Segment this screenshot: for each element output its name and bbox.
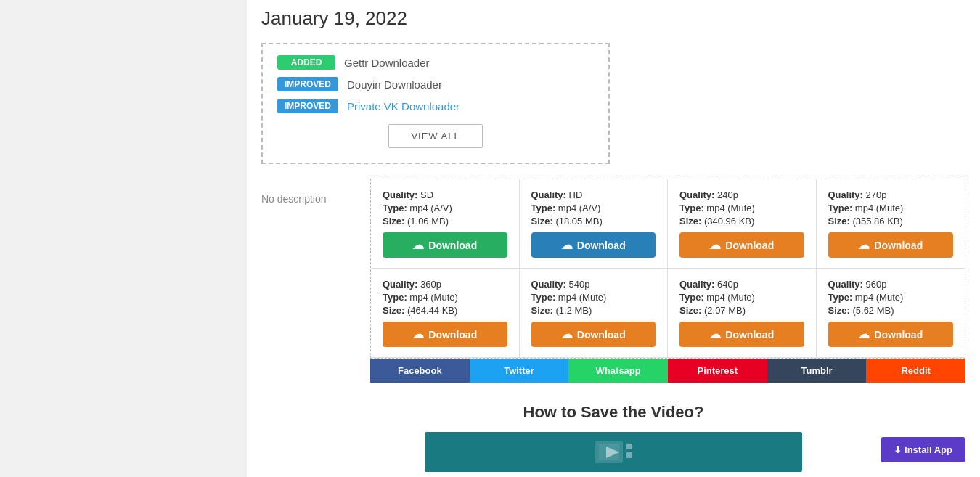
size-label-540p: Size: [531, 305, 553, 316]
download-cell-640p: Quality: 640p Type: mp4 (Mute) Size: (2.… [668, 269, 817, 358]
cloud-download-icon-hd: ☁ [561, 238, 573, 252]
quality-label-640p: Quality: [679, 279, 714, 290]
quality-label-360p: Quality: [383, 279, 417, 290]
type-line-540p: Type: mp4 (Mute) [531, 292, 656, 303]
share-whatsapp-button[interactable]: Whatsapp [568, 359, 668, 383]
quality-label-240p: Quality: [679, 189, 714, 200]
video-preview-icon [592, 438, 635, 467]
no-description: No description [261, 193, 356, 205]
cloud-download-icon-960p: ☁ [858, 327, 870, 341]
date-heading: January 19, 2022 [261, 7, 965, 30]
download-button-240p[interactable]: ☁ Download [679, 232, 804, 258]
size-line-270p: Size: (355.86 KB) [828, 216, 954, 227]
type-val-960p: mp4 (Mute) [855, 292, 903, 303]
type-val-540p: mp4 (Mute) [558, 292, 606, 303]
size-label-240p: Size: [679, 216, 701, 227]
type-val-270p: mp4 (Mute) [855, 203, 903, 213]
share-tumblr-button[interactable]: Tumblr [767, 359, 867, 383]
type-line-960p: Type: mp4 (Mute) [828, 292, 954, 303]
changelog-link-douyin[interactable]: Douyin Downloader [347, 78, 442, 91]
type-line-hd: Type: mp4 (A/V) [531, 203, 656, 213]
share-twitter-button[interactable]: Twitter [470, 359, 569, 383]
download-cell-sd: Quality: SD Type: mp4 (A/V) Size: (1.06 … [371, 179, 520, 269]
changelog-item-1: ADDED Gettr Downloader [277, 55, 594, 70]
cloud-download-icon-540p: ☁ [561, 327, 573, 341]
download-label-960p: Download [874, 329, 923, 341]
size-val-hd: (18.05 MB) [555, 216, 602, 227]
size-line-hd: Size: (18.05 MB) [531, 216, 656, 227]
download-grid: Quality: SD Type: mp4 (A/V) Size: (1.06 … [370, 179, 965, 359]
changelog-item-3: IMPROVED Private VK Downloader [277, 99, 594, 113]
changelog-box: ADDED Gettr Downloader IMPROVED Douyin D… [261, 43, 610, 164]
size-label-640p: Size: [679, 305, 701, 316]
quality-val-640p: 640p [717, 279, 738, 290]
quality-val-360p: 360p [420, 279, 441, 290]
size-line-sd: Size: (1.06 MB) [383, 216, 507, 227]
desc-col: No description [261, 179, 356, 383]
download-button-960p[interactable]: ☁ Download [828, 322, 954, 347]
type-label-240p: Type: [679, 203, 704, 213]
type-line-240p: Type: mp4 (Mute) [679, 203, 804, 213]
quality-line-960p: Quality: 960p [828, 279, 954, 290]
view-all-button[interactable]: VIEW ALL [388, 124, 482, 148]
type-label-270p: Type: [828, 203, 853, 213]
download-label-540p: Download [577, 329, 626, 341]
download-button-270p[interactable]: ☁ Download [828, 232, 954, 258]
download-button-sd[interactable]: ☁ Download [383, 232, 507, 258]
changelog-link-vk[interactable]: Private VK Downloader [347, 100, 460, 113]
type-val-sd: mp4 (A/V) [409, 203, 452, 213]
size-val-540p: (1.2 MB) [555, 305, 592, 316]
download-cell-270p: Quality: 270p Type: mp4 (Mute) Size: (35… [817, 179, 965, 269]
size-label-360p: Size: [383, 305, 404, 316]
quality-line-hd: Quality: HD [531, 189, 656, 200]
badge-added: ADDED [277, 55, 335, 70]
share-reddit-button[interactable]: Reddit [866, 359, 965, 383]
social-bar: Facebook Twitter Whatsapp Pinterest Tumb… [370, 359, 965, 383]
download-button-640p[interactable]: ☁ Download [679, 322, 804, 347]
type-label-360p: Type: [383, 292, 407, 303]
type-label-640p: Type: [679, 292, 704, 303]
share-pinterest-button[interactable]: Pinterest [668, 359, 767, 383]
badge-improved-1: IMPROVED [277, 77, 338, 91]
quality-val-sd: SD [420, 189, 433, 200]
view-all-wrap: VIEW ALL [277, 124, 594, 148]
quality-label-540p: Quality: [531, 279, 566, 290]
quality-line-240p: Quality: 240p [679, 189, 804, 200]
size-val-960p: (5.62 MB) [852, 305, 894, 316]
size-line-240p: Size: (340.96 KB) [679, 216, 804, 227]
size-val-640p: (2.07 MB) [704, 305, 746, 316]
share-facebook-button[interactable]: Facebook [370, 359, 470, 383]
size-label-960p: Size: [828, 305, 850, 316]
svg-rect-4 [626, 452, 632, 458]
download-button-hd[interactable]: ☁ Download [531, 232, 656, 258]
download-cell-960p: Quality: 960p Type: mp4 (Mute) Size: (5.… [817, 269, 965, 358]
type-label-540p: Type: [531, 292, 556, 303]
size-val-360p: (464.44 KB) [407, 305, 457, 316]
cloud-download-icon-640p: ☁ [709, 327, 721, 341]
type-val-240p: mp4 (Mute) [706, 203, 754, 213]
install-app-button[interactable]: ⬇ Install App [881, 437, 965, 462]
type-val-hd: mp4 (A/V) [558, 203, 601, 213]
quality-label-960p: Quality: [828, 279, 863, 290]
size-label-270p: Size: [828, 216, 850, 227]
changelog-link-gettr[interactable]: Gettr Downloader [344, 57, 430, 69]
quality-label-hd: Quality: [531, 189, 566, 200]
cloud-download-icon-240p: ☁ [709, 238, 721, 252]
download-label-240p: Download [725, 240, 774, 251]
download-button-540p[interactable]: ☁ Download [531, 322, 656, 347]
download-button-360p[interactable]: ☁ Download [383, 322, 507, 347]
main-content: January 19, 2022 ADDED Gettr Downloader … [247, 0, 980, 477]
cloud-download-icon-sd: ☁ [412, 238, 424, 252]
type-label-sd: Type: [383, 203, 407, 213]
type-line-640p: Type: mp4 (Mute) [679, 292, 804, 303]
quality-label-sd: Quality: [383, 189, 417, 200]
size-val-270p: (355.86 KB) [852, 216, 902, 227]
quality-val-240p: 240p [717, 189, 738, 200]
type-label-960p: Type: [828, 292, 853, 303]
size-line-640p: Size: (2.07 MB) [679, 305, 804, 316]
size-label-sd: Size: [383, 216, 404, 227]
download-cell-360p: Quality: 360p Type: mp4 (Mute) Size: (46… [371, 269, 520, 358]
quality-val-hd: HD [569, 189, 583, 200]
download-label-360p: Download [428, 329, 477, 341]
type-line-270p: Type: mp4 (Mute) [828, 203, 954, 213]
